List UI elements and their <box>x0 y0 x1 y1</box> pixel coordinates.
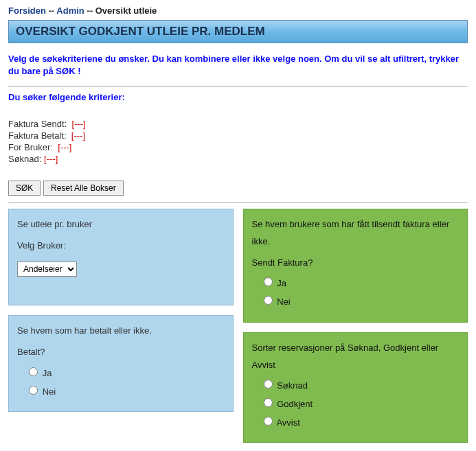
panel-sort-heading: Sorter reservasjoner på Søknad, Godkjent… <box>252 340 460 373</box>
panel-user: Se utleie pr. bruker Velg Bruker: Andels… <box>8 209 234 305</box>
criteria-heading: Du søker følgende kriterier: <box>8 92 468 102</box>
panel-sent-label: Sendt Faktura? <box>252 255 460 272</box>
breadcrumb-home-link[interactable]: Forsiden <box>8 5 46 16</box>
sent-no-radio[interactable] <box>264 296 273 305</box>
criteria-list: Faktura Sendt: [---] Faktura Betalt: [--… <box>8 119 468 164</box>
user-select[interactable]: Andelseier <box>17 262 77 277</box>
paid-no-label: Nei <box>43 386 56 397</box>
panel-sort: Sorter reservasjoner på Søknad, Godkjent… <box>243 332 468 443</box>
sent-yes-label: Ja <box>277 278 286 288</box>
panel-paid-heading: Se hvem som har betalt eller ikke. <box>17 323 225 340</box>
reset-button[interactable]: Reset Alle Bokser <box>43 181 124 196</box>
page-title: OVERSIKT GODKJENT UTLEIE PR. MEDLEM <box>8 20 468 43</box>
button-row: SØK Reset Alle Bokser <box>8 181 468 196</box>
panel-user-label: Velg Bruker: <box>17 238 225 255</box>
panel-paid-label: Betalt? <box>17 344 225 361</box>
sort-soknad-radio[interactable] <box>264 380 273 389</box>
criteria-line: Faktura Sendt: [---] <box>8 119 468 129</box>
sort-godkjent-radio[interactable] <box>264 398 273 407</box>
breadcrumb-sep: -- <box>87 5 93 16</box>
sent-no-label: Nei <box>277 297 291 307</box>
criteria-value: [---] <box>58 142 71 152</box>
panel-paid: Se hvem som har betalt eller ikke. Betal… <box>8 315 234 412</box>
criteria-line: For Bruker: [---] <box>8 142 468 152</box>
criteria-label: Faktura Betalt: <box>8 130 67 141</box>
criteria-label: Søknad: <box>8 154 41 164</box>
sort-avvist-radio[interactable] <box>264 417 273 426</box>
criteria-value: [---] <box>44 154 58 164</box>
criteria-label: For Bruker: <box>8 142 53 152</box>
sort-godkjent-label: Godkjent <box>277 399 313 409</box>
divider <box>8 86 468 86</box>
criteria-line: Søknad: [---] <box>8 154 468 164</box>
sort-soknad-label: Søknad <box>277 380 308 391</box>
panels-grid: Se utleie pr. bruker Velg Bruker: Andels… <box>8 209 468 443</box>
search-button[interactable]: SØK <box>8 181 41 196</box>
criteria-line: Faktura Betalt: [---] <box>8 130 468 141</box>
panel-sent: Se hvem brukere som har fått tilsendt fa… <box>243 209 468 322</box>
sort-avvist-label: Avvist <box>276 417 299 428</box>
breadcrumb-admin-link[interactable]: Admin <box>56 5 84 16</box>
panel-user-heading: Se utleie pr. bruker <box>17 216 225 233</box>
breadcrumb: Forsiden -- Admin -- Oversikt utleie <box>8 5 468 16</box>
criteria-value: [---] <box>72 119 86 129</box>
divider <box>8 203 468 203</box>
breadcrumb-current: Oversikt utleie <box>95 5 157 16</box>
breadcrumb-sep: -- <box>49 5 55 16</box>
instructions-text: Velg de søkekriteriene du ønsker. Du kan… <box>8 53 468 78</box>
sent-yes-radio[interactable] <box>264 277 273 286</box>
panel-sent-heading: Se hvem brukere som har fått tilsendt fa… <box>252 216 460 250</box>
criteria-label: Faktura Sendt: <box>8 119 67 129</box>
paid-no-radio[interactable] <box>29 386 38 395</box>
paid-yes-label: Ja <box>43 368 52 378</box>
paid-yes-radio[interactable] <box>29 367 38 376</box>
criteria-value: [---] <box>71 130 85 141</box>
